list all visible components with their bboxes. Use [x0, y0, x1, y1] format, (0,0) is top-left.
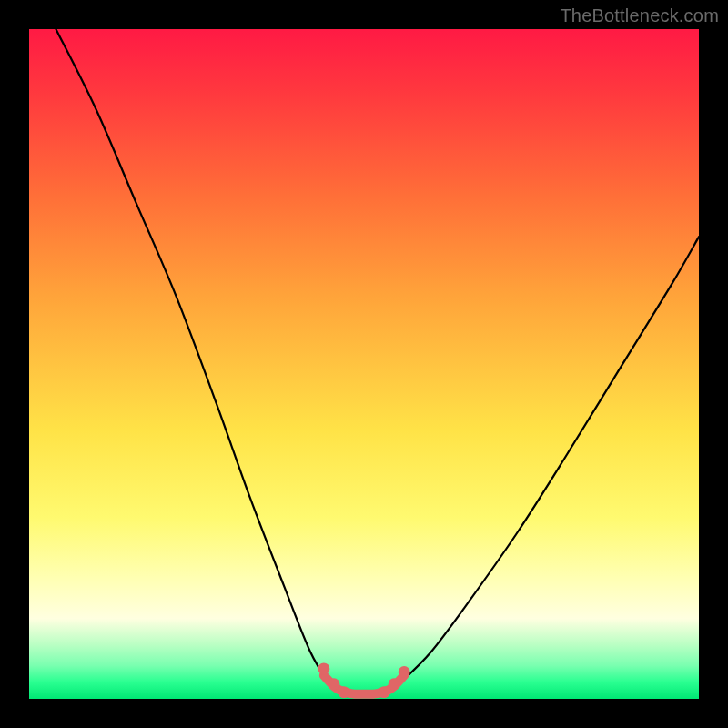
marker-dot	[328, 678, 339, 690]
marker-dot	[399, 666, 410, 678]
marker-dot	[318, 662, 329, 674]
watermark-text: TheBottleneck.com	[560, 5, 719, 26]
chart-frame: TheBottleneck.com	[0, 0, 728, 728]
marker-dot	[389, 678, 400, 690]
series-right-curve	[398, 237, 699, 685]
plot-area	[29, 29, 699, 699]
series-left-curve	[56, 29, 330, 685]
curve-overlay	[29, 29, 699, 699]
marker-dot	[379, 686, 390, 698]
plot-paths	[56, 29, 699, 698]
marker-dot	[338, 686, 349, 698]
